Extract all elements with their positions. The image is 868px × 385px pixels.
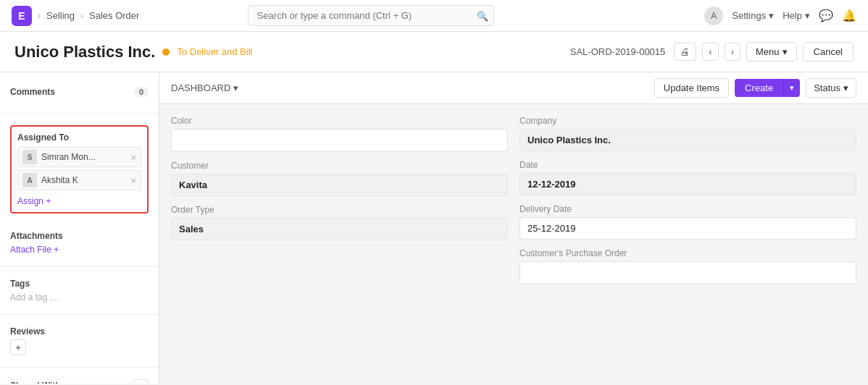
sidebar: Comments 0 Assigned To S Simran Mon... ×… <box>0 72 159 384</box>
reviews-section: Reviews + <box>0 321 159 361</box>
company-value[interactable]: Unico Plastics Inc. <box>519 129 856 151</box>
attachments-label: Attachments <box>10 231 149 241</box>
divider-4 <box>0 367 159 368</box>
company-group: Company Unico Plastics Inc. <box>519 116 856 151</box>
shared-with-label: Shared With <box>10 381 61 384</box>
assign-button[interactable]: Assign + <box>17 196 51 206</box>
assignee-row-2: A Akshita K × <box>17 170 141 190</box>
print-button[interactable]: 🖨 <box>674 43 696 61</box>
content-toolbar: DASHBOARD ▾ Update Items Create ▾ Status… <box>159 72 868 104</box>
attachments-section: Attachments Attach File + <box>0 225 159 261</box>
tags-section: Tags Add a tag ... <box>0 273 159 308</box>
date-value[interactable]: 12-12-2019 <box>519 173 856 195</box>
breadcrumb-sales-order[interactable]: Sales Order <box>89 10 139 21</box>
divider-2 <box>0 266 159 267</box>
purchase-order-label: Customer's Purchase Order <box>519 248 856 258</box>
update-items-button[interactable]: Update Items <box>654 78 729 98</box>
divider-1 <box>0 113 159 114</box>
dashboard-chevron-icon: ▾ <box>233 82 238 93</box>
form-left-column: Color Customer Kavita Order Type Sales <box>171 116 508 284</box>
doc-id: SAL-ORD-2019-00015 <box>570 46 666 57</box>
page-title: Unico Plastics Inc. <box>14 43 155 62</box>
date-label: Date <box>519 160 856 170</box>
comments-count: 0 <box>134 87 149 97</box>
order-type-value[interactable]: Sales <box>171 218 508 240</box>
create-dropdown-button[interactable]: ▾ <box>783 79 800 97</box>
settings-button[interactable]: Settings ▾ <box>732 10 774 21</box>
remove-assignee-2-button[interactable]: × <box>130 176 136 185</box>
date-group: Date 12-12-2019 <box>519 160 856 195</box>
order-type-group: Order Type Sales <box>171 205 508 240</box>
color-group: Color <box>171 116 508 152</box>
assignee-avatar-1: S <box>22 150 37 164</box>
top-navbar: E › Selling › Sales Order 🔍 A Settings ▾… <box>0 0 868 32</box>
create-button[interactable]: Create <box>735 79 783 97</box>
form-content: Color Customer Kavita Order Type Sales C… <box>159 104 868 296</box>
main-layout: Comments 0 Assigned To S Simran Mon... ×… <box>0 72 868 384</box>
comments-label: Comments <box>10 87 55 97</box>
purchase-order-input[interactable] <box>519 261 856 284</box>
customer-group: Customer Kavita <box>171 161 508 196</box>
content-area: DASHBOARD ▾ Update Items Create ▾ Status… <box>159 72 868 384</box>
create-btn-group: Create ▾ <box>735 79 800 97</box>
dashboard-tab[interactable]: DASHBOARD ▾ <box>171 82 238 93</box>
form-right-column: Company Unico Plastics Inc. Date 12-12-2… <box>519 116 856 284</box>
toolbar-right: Update Items Create ▾ Status ▾ <box>654 78 856 98</box>
breadcrumb-sep-2: › <box>80 11 83 21</box>
header-right: SAL-ORD-2019-00015 🖨 ‹ › Menu ▾ Cancel <box>570 42 854 62</box>
assignee-name-2: Akshita K <box>41 175 126 185</box>
status-chevron-icon: ▾ <box>843 82 848 93</box>
search-input[interactable] <box>248 5 494 26</box>
add-shared-button[interactable]: + <box>133 379 149 384</box>
help-button[interactable]: Help ▾ <box>783 10 810 21</box>
add-tag-button[interactable]: Add a tag ... <box>10 292 57 302</box>
color-label: Color <box>171 116 508 126</box>
search-icon: 🔍 <box>477 10 488 21</box>
page-title-area: Unico Plastics Inc. To Deliver and Bill <box>14 43 252 62</box>
customer-label: Customer <box>171 161 508 171</box>
assigned-to-section: Assigned To S Simran Mon... × A Akshita … <box>0 119 159 225</box>
assigned-to-box: Assigned To S Simran Mon... × A Akshita … <box>10 125 149 213</box>
customer-value[interactable]: Kavita <box>171 174 508 196</box>
add-review-button[interactable]: + <box>10 339 26 355</box>
app-icon[interactable]: E <box>12 6 32 26</box>
delivery-date-value[interactable]: 25-12-2019 <box>519 217 856 240</box>
delivery-date-group: Delivery Date 25-12-2019 <box>519 204 856 240</box>
reviews-label: Reviews <box>10 326 149 337</box>
comments-section: Comments 0 <box>0 81 159 107</box>
prev-button[interactable]: ‹ <box>702 43 718 61</box>
purchase-order-group: Customer's Purchase Order <box>519 248 856 284</box>
breadcrumb-selling[interactable]: Selling <box>46 10 75 21</box>
delivery-date-label: Delivery Date <box>519 204 856 214</box>
help-chevron-icon: ▾ <box>805 10 810 21</box>
status-button[interactable]: Status ▾ <box>806 78 856 98</box>
color-input[interactable] <box>171 129 508 152</box>
status-text: To Deliver and Bill <box>177 46 252 57</box>
tags-label: Tags <box>10 279 149 289</box>
shared-with-row: Shared With + <box>10 379 149 384</box>
assigned-to-label: Assigned To <box>17 132 141 143</box>
next-button[interactable]: › <box>725 43 740 61</box>
breadcrumb-sep-1: › <box>38 11 41 21</box>
cancel-button[interactable]: Cancel <box>803 42 854 62</box>
search-bar: 🔍 <box>248 5 494 26</box>
assignee-name-1: Simran Mon... <box>41 152 126 162</box>
shared-with-section: Shared With + <box>0 373 159 384</box>
menu-button[interactable]: Menu ▾ <box>746 42 797 62</box>
remove-assignee-1-button[interactable]: × <box>130 153 136 162</box>
company-label: Company <box>519 116 856 126</box>
nav-right: A Settings ▾ Help ▾ 💬 🔔 <box>704 7 856 25</box>
assignee-avatar-2: A <box>22 173 37 187</box>
status-dot <box>162 48 170 56</box>
attach-file-button[interactable]: Attach File + <box>10 245 59 255</box>
divider-3 <box>0 314 159 315</box>
order-type-label: Order Type <box>171 205 508 215</box>
user-avatar[interactable]: A <box>704 7 723 25</box>
assignee-row-1: S Simran Mon... × <box>17 147 141 167</box>
chat-icon[interactable]: 💬 <box>819 9 833 22</box>
notification-icon[interactable]: 🔔 <box>842 9 856 22</box>
page-header: Unico Plastics Inc. To Deliver and Bill … <box>0 32 868 72</box>
menu-chevron-icon: ▾ <box>783 46 788 57</box>
settings-chevron-icon: ▾ <box>769 10 774 21</box>
